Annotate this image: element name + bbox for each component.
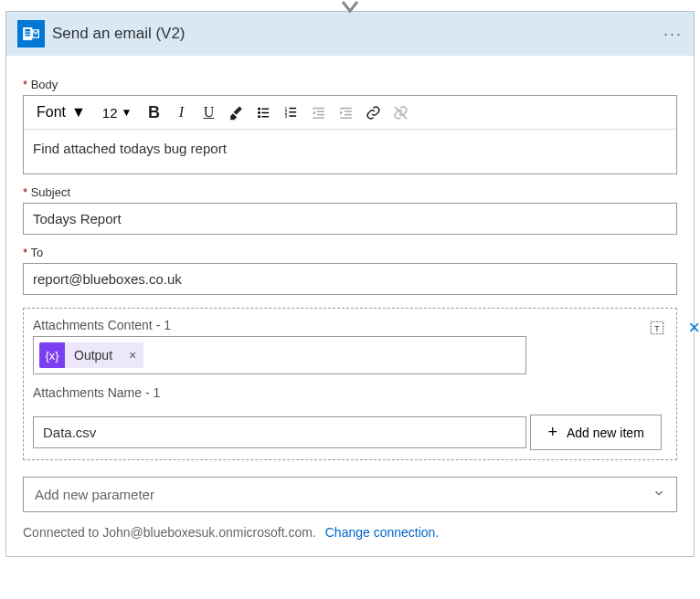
body-editor: Font ▼ 12 ▼ B I U 123 Find attached toda… — [23, 95, 677, 174]
attachments-content-label: Attachments Content - 1 — [33, 318, 647, 332]
flow-arrow-icon — [339, 0, 361, 19]
attachments-content-input[interactable]: {x} Output × — [33, 336, 526, 374]
svg-rect-21 — [340, 107, 352, 108]
connection-footer: Connected to John@blueboxesuk.onmicrosof… — [23, 525, 677, 540]
link-button[interactable] — [360, 100, 386, 125]
svg-point-9 — [258, 115, 260, 118]
svg-rect-18 — [317, 110, 324, 111]
svg-rect-12 — [289, 107, 296, 108]
svg-rect-14 — [289, 111, 296, 112]
attachments-name-label: Attachments Name - 1 — [33, 385, 667, 400]
numbered-list-button[interactable]: 123 — [278, 100, 303, 125]
svg-rect-16 — [289, 115, 296, 116]
svg-rect-17 — [313, 107, 324, 108]
attachments-section: × Attachments Content - 1 {x} Output × T — [23, 308, 677, 460]
svg-rect-8 — [261, 111, 269, 112]
font-size-selector[interactable]: 12 ▼ — [95, 103, 140, 122]
token-label: Output — [65, 348, 122, 363]
font-selector[interactable]: Font ▼ — [29, 102, 93, 122]
svg-text:T: T — [654, 323, 660, 333]
svg-rect-24 — [340, 117, 352, 118]
remove-attachments-button[interactable]: × — [688, 316, 700, 340]
outlook-icon — [17, 20, 45, 47]
subject-input[interactable] — [23, 203, 677, 235]
svg-rect-1 — [25, 29, 30, 32]
chevron-down-icon — [652, 487, 665, 502]
to-input[interactable] — [23, 263, 677, 295]
underline-button[interactable]: U — [196, 100, 221, 125]
plus-icon: + — [547, 423, 557, 442]
action-card: Send an email (V2) ··· Body Font ▼ 12 ▼ … — [5, 11, 695, 557]
svg-rect-19 — [317, 113, 324, 114]
change-connection-link[interactable]: Change connection. — [325, 525, 440, 540]
svg-rect-3 — [25, 35, 30, 37]
svg-rect-2 — [25, 32, 30, 34]
svg-rect-23 — [345, 113, 352, 114]
editor-toolbar: Font ▼ 12 ▼ B I U 123 — [24, 96, 676, 130]
attachments-name-input[interactable] — [33, 416, 526, 448]
unlink-button[interactable] — [387, 100, 413, 125]
add-new-item-button[interactable]: + Add new item — [530, 415, 661, 450]
add-parameter-dropdown[interactable]: Add new parameter — [23, 477, 677, 512]
bulleted-list-button[interactable] — [250, 100, 276, 125]
svg-point-7 — [258, 111, 260, 114]
svg-rect-20 — [313, 117, 324, 118]
svg-point-5 — [258, 107, 260, 110]
remove-token-button[interactable]: × — [122, 348, 143, 363]
subject-label: Subject — [23, 185, 677, 199]
svg-rect-22 — [345, 110, 352, 111]
italic-button[interactable]: I — [168, 100, 194, 125]
output-token: {x} Output × — [39, 342, 143, 368]
svg-rect-6 — [261, 108, 269, 109]
expression-icon: {x} — [39, 342, 65, 368]
outdent-button[interactable] — [305, 100, 331, 125]
bold-button[interactable]: B — [141, 100, 166, 125]
to-label: To — [23, 246, 677, 259]
svg-text:3: 3 — [284, 114, 287, 119]
card-title: Send an email (V2) — [52, 25, 663, 43]
highlight-button[interactable] — [223, 100, 249, 125]
svg-rect-10 — [261, 116, 269, 117]
body-label: Body — [23, 78, 677, 91]
connection-text: Connected to John@blueboxesuk.onmicrosof… — [23, 525, 316, 540]
indent-button[interactable] — [333, 100, 358, 125]
body-content[interactable]: Find attached todays bug report — [24, 130, 676, 173]
switch-to-array-button[interactable]: T — [647, 318, 667, 342]
card-menu-button[interactable]: ··· — [663, 25, 683, 44]
